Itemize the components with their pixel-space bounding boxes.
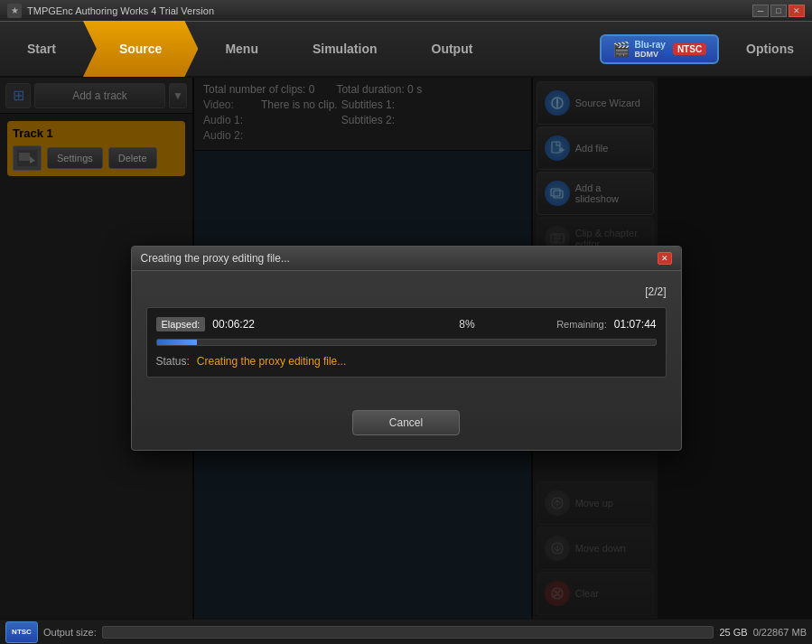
elapsed-row: Elapsed: 00:06:22 8% Remaining: 01:07:44 xyxy=(156,317,657,331)
title-controls: ─ □ ✕ xyxy=(752,5,805,17)
nav-menu[interactable]: Menu xyxy=(198,21,285,77)
elapsed-time: 00:06:22 xyxy=(212,318,377,331)
dialog-progress-fill xyxy=(157,340,197,345)
nav-source[interactable]: Source xyxy=(83,21,198,77)
dialog-title: Creating the proxy editing file... xyxy=(141,252,290,265)
nav-output[interactable]: Output xyxy=(405,21,500,77)
status-value: Creating the proxy editing file... xyxy=(197,355,346,368)
size-right-label: 0/22867 MB xyxy=(753,627,807,638)
dialog-footer: Cancel xyxy=(132,401,681,450)
nav-start[interactable]: Start xyxy=(0,21,83,77)
main-wrapper: ⊞ Add a track ▼ Track 1 Settings xyxy=(0,78,812,619)
dialog-progress-bar xyxy=(156,339,657,346)
size-label: 25 GB xyxy=(719,627,747,638)
nav-special: 🎬 Blu-ray BDMV NTSC xyxy=(591,21,728,77)
output-label: Output size: xyxy=(43,627,97,638)
minimize-button[interactable]: ─ xyxy=(752,5,769,17)
output-progress-bar xyxy=(102,626,714,639)
remaining-label: Remaining: xyxy=(556,319,607,330)
dialog-close-button[interactable]: ✕ xyxy=(658,252,672,265)
ntsc-badge: NTSC xyxy=(5,621,38,643)
progress-percent: 8% xyxy=(385,318,549,331)
progress-section: Elapsed: 00:06:22 8% Remaining: 01:07:44… xyxy=(146,307,667,378)
nav-simulation[interactable]: Simulation xyxy=(285,21,405,77)
bluray-badge[interactable]: 🎬 Blu-ray BDMV NTSC xyxy=(600,34,719,64)
title-text: TMPGEnc Authoring Works 4 Trial Version xyxy=(27,5,214,16)
elapsed-label: Elapsed: xyxy=(156,317,206,331)
app-icon: ★ xyxy=(7,4,22,18)
dialog-body: [2/2] Elapsed: 00:06:22 8% Remaining: 01… xyxy=(132,271,681,401)
dialog-counter: [2/2] xyxy=(146,285,667,298)
cancel-button[interactable]: Cancel xyxy=(352,410,460,435)
status-bar: NTSC Output size: 25 GB 0/22867 MB xyxy=(0,619,812,644)
status-label: Status: xyxy=(156,355,190,368)
dialog: Creating the proxy editing file... ✕ [2/… xyxy=(131,246,682,451)
dialog-overlay: Creating the proxy editing file... ✕ [2/… xyxy=(0,78,812,619)
dialog-titlebar: Creating the proxy editing file... ✕ xyxy=(132,247,681,271)
nav-options[interactable]: Options xyxy=(728,42,812,56)
maximize-button[interactable]: □ xyxy=(770,5,787,17)
ntsc-badge-nav: NTSC xyxy=(673,43,706,55)
status-row: Status: Creating the proxy editing file.… xyxy=(156,355,657,368)
bluray-label: Blu-ray xyxy=(634,40,665,50)
nav-bar: Start Source Menu Simulation Output 🎬 Bl… xyxy=(0,22,812,78)
title-bar-left: ★ TMPGEnc Authoring Works 4 Trial Versio… xyxy=(7,4,214,18)
title-bar: ★ TMPGEnc Authoring Works 4 Trial Versio… xyxy=(0,0,812,22)
remaining-time: 01:07:44 xyxy=(614,318,657,331)
close-button[interactable]: ✕ xyxy=(789,5,805,17)
bdmv-label: BDMV xyxy=(634,50,665,59)
